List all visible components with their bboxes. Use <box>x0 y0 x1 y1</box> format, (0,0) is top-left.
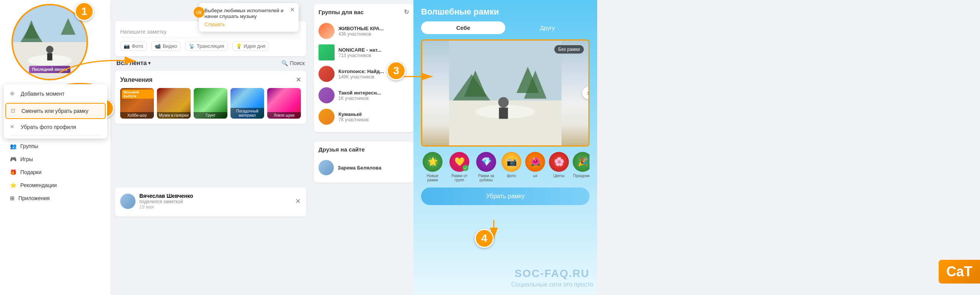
frame-option-groups[interactable]: 💛 Рамки от групп <box>448 152 471 182</box>
add-moment-icon: ⊕ <box>10 90 17 97</box>
group-item-3[interactable]: Такой интересн... 1К участников <box>318 85 409 106</box>
search-icon: 🔍 <box>281 60 288 66</box>
tab-friend[interactable]: Другу <box>505 21 590 34</box>
camera-icon: 📷 <box>124 43 130 49</box>
right-sidebar: Группы для вас ↻ ЖИВОТНЫЕ КРА... 436 уча… <box>314 0 413 295</box>
interests-close-icon[interactable]: ✕ <box>296 76 301 83</box>
sidebar-nav: 👥 Группы 🎮 Игры 🎁 Подарки ⭐ Рекомендации… <box>4 140 107 205</box>
feed-label[interactable]: Вся лента ▾ <box>116 60 150 67</box>
music-notification-popup: ok Выбери любимых исполнителей и начни с… <box>199 3 299 32</box>
interest-item-museums[interactable]: Музеи и галереи <box>157 88 191 119</box>
watermark-domain: SOC-FAQ.RU <box>514 267 590 280</box>
sidebar-item-games[interactable]: 🎮 Игры <box>4 153 107 166</box>
cat-badge: CaT <box>939 260 980 284</box>
remove-photo-menu-item[interactable]: ✕ Убрать фото профиля <box>4 120 107 134</box>
friend-info: Зарема Белялова <box>338 165 409 171</box>
post-author-bar: Вячеслав Шевченко поделился заметкой 19 … <box>120 193 301 210</box>
post-card: Вячеслав Шевченко поделился заметкой 19 … <box>115 187 306 217</box>
broadcast-icon: 📡 <box>189 43 195 49</box>
frame-options-bar: 🌟 Новые рамки 💛 Рамки от групп 💎 Рамки з… <box>421 152 590 184</box>
group-frames-icon: 💛 <box>449 152 469 172</box>
frame-option-holidays[interactable]: 🎉 Праздники <box>573 152 590 182</box>
svg-rect-7 <box>47 53 52 60</box>
video-button[interactable]: 📹 Видео <box>151 41 181 51</box>
watermark-subtitle: Социальные сети это просто <box>511 281 593 288</box>
feed-label-bar: Вся лента ▾ 🔍 Поиск <box>115 57 306 69</box>
friends-header: Друзья на сайте <box>318 146 409 153</box>
group-avatar <box>318 23 335 39</box>
change-frame-menu-item[interactable]: ⊡ Сменить или убрать рамку <box>5 103 106 119</box>
apps-icon: ⊞ <box>10 195 15 201</box>
post-close-button[interactable]: ✕ <box>295 197 301 205</box>
groups-icon: 👥 <box>10 143 16 149</box>
idea-icon: 💡 <box>236 43 242 49</box>
frame-option-new[interactable]: 🌟 Новые рамки <box>421 152 444 182</box>
post-author-name: Вячеслав Шевченко <box>139 193 193 199</box>
family-frames-icon: 🌺 <box>525 152 545 172</box>
frame-option-rubies[interactable]: 💎 Рамки за рубины <box>475 152 498 182</box>
interest-item-fishing[interactable]: Ловля щуки <box>267 88 301 119</box>
music-listen-button[interactable]: Слушать <box>204 21 293 27</box>
friend-item-0[interactable]: Зарема Белялова <box>318 157 409 178</box>
group-item-0[interactable]: ЖИВОТНЫЕ КРА... 436 участников <box>318 20 409 42</box>
avatar-banner: Последний звонок <box>29 66 70 73</box>
post-date: 19 мая <box>139 204 193 210</box>
interest-item-grunt[interactable]: Грунт <box>194 88 227 119</box>
interest-item-hobbyshow[interactable]: Восьмой выпуск Хобби-шоу <box>120 88 154 119</box>
idea-button[interactable]: 💡 Идея дня <box>232 41 269 51</box>
frame-option-family[interactable]: 🌺 ья <box>525 152 545 182</box>
step-1-indicator: 1 <box>75 2 94 21</box>
interest-item-soil[interactable]: Посадочный материал <box>230 88 264 119</box>
post-author-avatar <box>120 194 136 209</box>
group-item-4[interactable]: Куманькё 7К участников <box>318 106 409 127</box>
sidebar-item-recommendations[interactable]: ⭐ Рекомендации <box>4 179 107 192</box>
group-avatar <box>318 44 335 60</box>
interests-block: Увлечения ✕ Восьмой выпуск Хобби-шоу Муз… <box>115 71 306 124</box>
step-4-indicator: 4 <box>475 229 494 248</box>
groups-refresh-icon[interactable]: ↻ <box>404 8 409 16</box>
groups-header: Группы для вас ↻ <box>318 8 409 16</box>
magic-preview-area: Без рамки › <box>421 39 590 147</box>
recommendations-icon: ⭐ <box>10 182 16 188</box>
profile-dropdown-menu: ⊕ Добавить момент ⊡ Сменить или убрать р… <box>4 84 107 139</box>
holidays-frames-icon: 🎉 <box>573 152 590 172</box>
magic-tabs-bar: Себе Другу <box>421 21 590 34</box>
tab-self[interactable]: Себе <box>421 21 505 34</box>
interests-header: Увлечения ✕ <box>120 76 301 83</box>
group-item-1[interactable]: NONICARE - нат... 713 участников <box>318 42 409 63</box>
interest-label: Ловля щуки <box>267 112 301 119</box>
magic-preview-inner: Без рамки <box>422 41 588 145</box>
group-avatar <box>318 87 335 103</box>
interest-badge: Восьмой выпуск <box>122 90 154 99</box>
add-moment-menu-item[interactable]: ⊕ Добавить момент <box>4 86 107 101</box>
sidebar-item-gifts[interactable]: 🎁 Подарки <box>4 166 107 179</box>
sidebar-item-apps[interactable]: ⊞ Приложения <box>4 192 107 205</box>
group-info: Такой интересн... 1К участников <box>338 90 409 101</box>
svg-point-6 <box>46 46 53 53</box>
flowers-frames-icon: 🌸 <box>549 152 569 172</box>
interest-label: Хобби-шоу <box>120 112 154 119</box>
svg-point-16 <box>498 97 508 108</box>
remove-frame-button[interactable]: Убрать рамку <box>421 187 590 205</box>
music-popup-close-button[interactable]: ✕ <box>290 6 295 13</box>
frame-icon: ⊡ <box>11 108 18 114</box>
ruby-frames-icon: 💎 <box>476 152 496 172</box>
no-frame-badge: Без рамки <box>554 45 584 54</box>
interest-label: Посадочный материал <box>230 108 264 119</box>
games-icon: 🎮 <box>10 156 16 162</box>
frame-option-photo[interactable]: 📸 фото <box>501 152 521 182</box>
magic-frames-panel: Волшебные рамки Себе Другу Без рамки <box>413 0 597 295</box>
broadcast-button[interactable]: 📡 Трансляция <box>185 41 228 51</box>
sidebar-item-groups[interactable]: 👥 Группы <box>4 140 107 153</box>
feed-search-button[interactable]: 🔍 Поиск <box>281 60 305 66</box>
photo-button[interactable]: 📷 Фото <box>120 41 147 51</box>
left-panel: Последний звонок 1 ⊕ Добавить момент ⊡ С… <box>0 0 111 295</box>
music-odnoklassniki-icon: ok <box>194 7 204 18</box>
post-author-info: Вячеслав Шевченко поделился заметкой 19 … <box>139 193 193 210</box>
gifts-icon: 🎁 <box>10 169 16 175</box>
interest-label: Грунт <box>194 112 227 119</box>
frame-option-flowers[interactable]: 🌸 Цветы <box>549 152 569 182</box>
group-info: Куманькё 7К участников <box>338 111 409 122</box>
post-author-action: поделился заметкой <box>139 199 193 204</box>
group-info: NONICARE - нат... 713 участников <box>338 47 409 58</box>
